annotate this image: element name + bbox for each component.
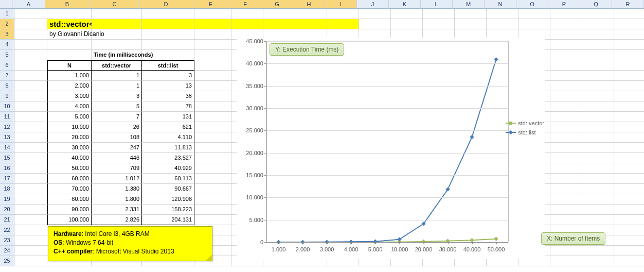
page-title[interactable]: std::vector<int> vs. std::list<int> Inse… bbox=[47, 19, 92, 29]
cell-B20[interactable]: 90.000 bbox=[47, 205, 92, 215]
col-header-L[interactable]: L bbox=[421, 0, 453, 9]
cell-A23[interactable] bbox=[14, 235, 47, 246]
cell-E1[interactable] bbox=[194, 9, 231, 19]
cell-Q1[interactable] bbox=[582, 9, 614, 19]
cell-F2[interactable] bbox=[231, 19, 263, 29]
row-header-8[interactable]: 8 bbox=[0, 81, 14, 91]
cell-R25[interactable] bbox=[614, 256, 644, 266]
cell-P3[interactable] bbox=[550, 29, 582, 40]
row-header-7[interactable]: 7 bbox=[0, 71, 14, 81]
cell-P9[interactable] bbox=[550, 91, 582, 101]
col-header-H[interactable]: H bbox=[293, 0, 325, 9]
cell-I1[interactable] bbox=[327, 9, 359, 19]
cell-P14[interactable] bbox=[550, 143, 582, 153]
row-header-1[interactable]: 1 bbox=[0, 9, 14, 19]
cell-N2[interactable] bbox=[487, 19, 518, 29]
cell-Q10[interactable] bbox=[582, 101, 614, 112]
cell-C20[interactable]: 2.331 bbox=[92, 205, 142, 215]
row-header-15[interactable]: 15 bbox=[0, 153, 14, 163]
cell-R14[interactable] bbox=[614, 143, 644, 153]
cell-R5[interactable] bbox=[614, 50, 644, 60]
cell-K1[interactable] bbox=[391, 9, 423, 19]
cell-E15[interactable] bbox=[194, 153, 231, 163]
row-header-24[interactable]: 24 bbox=[0, 246, 14, 256]
row-header-22[interactable]: 22 bbox=[0, 225, 14, 235]
col-header-Q[interactable]: Q bbox=[580, 0, 612, 9]
cell-E8[interactable] bbox=[194, 81, 231, 91]
cell-Q19[interactable] bbox=[582, 194, 614, 205]
cell-P4[interactable] bbox=[550, 40, 582, 50]
cell-B19[interactable]: 80.000 bbox=[47, 194, 92, 205]
cell-E16[interactable] bbox=[194, 163, 231, 174]
cell-A22[interactable] bbox=[14, 225, 47, 235]
row-header-12[interactable]: 12 bbox=[0, 122, 14, 132]
cell-E4[interactable] bbox=[194, 40, 231, 50]
cell-H1[interactable] bbox=[295, 9, 327, 19]
row-header-16[interactable]: 16 bbox=[0, 163, 14, 174]
cell-Q9[interactable] bbox=[582, 91, 614, 101]
cell-E19[interactable] bbox=[194, 194, 231, 205]
cell-Q14[interactable] bbox=[582, 143, 614, 153]
row-header-25[interactable]: 25 bbox=[0, 256, 14, 266]
cell-D8[interactable]: 13 bbox=[142, 81, 194, 91]
cell-C15[interactable]: 446 bbox=[92, 153, 142, 163]
cell-Q11[interactable] bbox=[582, 112, 614, 122]
cell-Q2[interactable] bbox=[582, 19, 614, 29]
cell-Q13[interactable] bbox=[582, 132, 614, 143]
row-header-3[interactable]: 3 bbox=[0, 29, 14, 40]
cell-D20[interactable]: 158.223 bbox=[142, 205, 194, 215]
cell-B4[interactable] bbox=[47, 40, 92, 50]
cell-C4[interactable] bbox=[92, 40, 142, 50]
cell-P16[interactable] bbox=[550, 163, 582, 174]
col-header-J[interactable]: J bbox=[357, 0, 389, 9]
cell-Q8[interactable] bbox=[582, 81, 614, 91]
cell-B9[interactable]: 3.000 bbox=[47, 91, 92, 101]
cell-D9[interactable]: 38 bbox=[142, 91, 194, 101]
cell-P19[interactable] bbox=[550, 194, 582, 205]
cell-H2[interactable] bbox=[295, 19, 327, 29]
cell-R10[interactable] bbox=[614, 101, 644, 112]
cell-O2[interactable] bbox=[518, 19, 550, 29]
cell-E7[interactable] bbox=[194, 71, 231, 81]
cell-A20[interactable] bbox=[14, 205, 47, 215]
cell-A18[interactable] bbox=[14, 184, 47, 194]
cell-A17[interactable] bbox=[14, 174, 47, 184]
cell-P25[interactable] bbox=[550, 256, 582, 266]
cell-R6[interactable] bbox=[614, 60, 644, 71]
cell-E12[interactable] bbox=[194, 122, 231, 132]
cell-D2[interactable] bbox=[142, 19, 194, 29]
cell-R18[interactable] bbox=[614, 184, 644, 194]
cell-C19[interactable]: 1.800 bbox=[92, 194, 142, 205]
cell-D1[interactable] bbox=[142, 9, 194, 19]
cell-P2[interactable] bbox=[550, 19, 582, 29]
col-header-D[interactable]: D bbox=[140, 0, 192, 9]
cell-B16[interactable]: 50.000 bbox=[47, 163, 92, 174]
cell-D15[interactable]: 23.527 bbox=[142, 153, 194, 163]
cell-R16[interactable] bbox=[614, 163, 644, 174]
cell-R20[interactable] bbox=[614, 205, 644, 215]
row-header-11[interactable]: 11 bbox=[0, 112, 14, 122]
col-header-O[interactable]: O bbox=[516, 0, 548, 9]
cell-R4[interactable] bbox=[614, 40, 644, 50]
cell-M1[interactable] bbox=[455, 9, 487, 19]
cell-R21[interactable] bbox=[614, 215, 644, 225]
cell-P21[interactable] bbox=[550, 215, 582, 225]
cell-E5[interactable] bbox=[194, 50, 231, 60]
cell-R9[interactable] bbox=[614, 91, 644, 101]
cell-D13[interactable]: 4.110 bbox=[142, 132, 194, 143]
cell-E13[interactable] bbox=[194, 132, 231, 143]
cell-C8[interactable]: 1 bbox=[92, 81, 142, 91]
cell-B7[interactable]: 1.000 bbox=[47, 71, 92, 81]
cell-Q3[interactable] bbox=[582, 29, 614, 40]
cell-C14[interactable]: 247 bbox=[92, 143, 142, 153]
cell-R2[interactable] bbox=[614, 19, 644, 29]
cell-R22[interactable] bbox=[614, 225, 644, 235]
col-header-A[interactable]: A bbox=[12, 0, 45, 9]
cell-B10[interactable]: 4.000 bbox=[47, 101, 92, 112]
cell-D3[interactable] bbox=[142, 29, 194, 40]
cell-B14[interactable]: 30.000 bbox=[47, 143, 92, 153]
col-header-G[interactable]: G bbox=[261, 0, 293, 9]
col-header-F[interactable]: F bbox=[229, 0, 261, 9]
col-header-K[interactable]: K bbox=[389, 0, 421, 9]
cell-Q25[interactable] bbox=[582, 256, 614, 266]
